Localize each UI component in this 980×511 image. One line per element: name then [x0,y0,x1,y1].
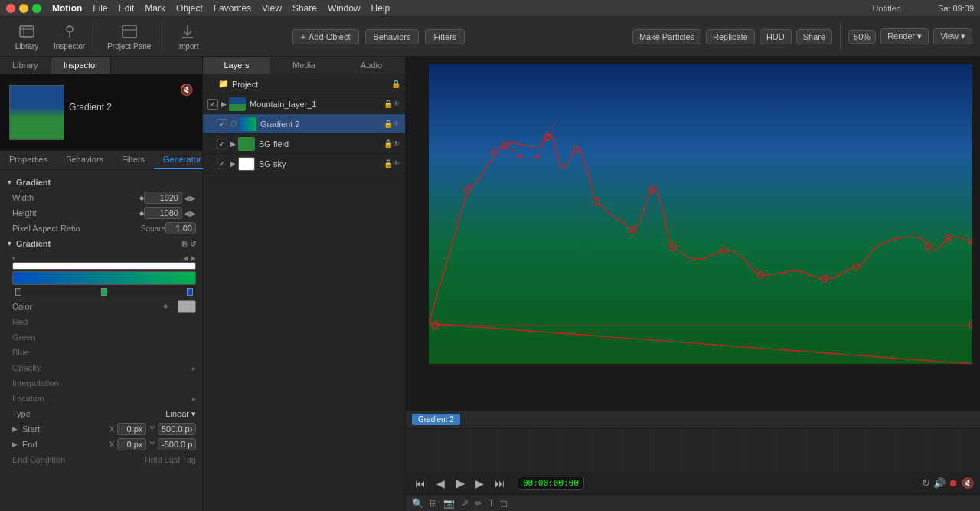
play-button[interactable]: ▶ [452,474,468,492]
camera-icon[interactable]: 📷 [443,498,455,509]
gradient-prop-header[interactable]: ▼ Gradient ⎘ ↺ [0,236,202,251]
menu-favorites[interactable]: Favorites [214,3,251,14]
layer-row[interactable]: ▶ BG field 🔒 👁 [203,134,405,154]
loop-button[interactable]: ↻ [922,477,930,489]
audio-tab[interactable]: Audio [338,57,405,74]
gradient-section-header[interactable]: ▼ Gradient [0,175,202,190]
minimize-button[interactable] [19,4,28,13]
par-input[interactable] [165,222,196,234]
canvas-viewport[interactable] [406,57,980,410]
view-button[interactable]: View ▾ [933,28,972,44]
toolbar-center: + Add Object Behaviors Filters [292,29,466,44]
pen-icon[interactable]: ✏ [475,498,482,509]
grid-icon[interactable]: ⊞ [430,498,437,509]
media-tab[interactable]: Media [270,57,338,74]
height-row: Height ◆ ◀▶ [0,205,202,221]
rewind-button[interactable]: ⏮ [412,476,429,491]
layer-row[interactable]: ⬡ Gradient 2 🔒 👁 [203,114,405,134]
render-button[interactable]: Render ▾ [880,28,929,44]
layer-row[interactable]: 📁 Project 🔒 [203,74,405,94]
bgsky-checkbox[interactable] [217,159,227,169]
mute-button[interactable]: 🔇 [962,477,974,489]
width-keyframe: ◀▶ [184,194,196,202]
end-arrow[interactable]: ▶ [12,441,18,448]
gradient2-checkbox[interactable] [217,119,227,129]
filters-label: Filters [433,32,456,41]
add-object-button[interactable]: + Add Object [292,29,359,44]
make-particles-button[interactable]: Make Particles [632,29,701,44]
start-arrow[interactable]: ▶ [12,425,18,433]
close-button[interactable] [6,4,15,13]
fullscreen-button[interactable] [32,4,41,13]
layers-tab[interactable]: Layers [203,57,270,74]
start-y-input[interactable] [158,423,196,435]
project-pane-label: Project Pane [107,42,151,51]
layer-row[interactable]: ▶ Mountain_layer_1 🔒 👁 [203,94,405,114]
end-y-input[interactable] [158,438,196,450]
mountain-lock-icon: 🔒 [384,100,393,108]
cursor-icon[interactable]: ↗ [461,498,469,509]
menu-edit[interactable]: Edit [119,3,135,14]
behaviors-button[interactable]: Behaviors [365,29,420,44]
gradient-opacity-bar[interactable] [12,262,196,270]
library-button[interactable]: Library [8,20,46,54]
color-row: Color ⌖ [0,299,202,314]
menu-mark[interactable]: Mark [145,3,165,14]
generator-tab[interactable]: Generator [154,151,211,169]
left-panel: Library Inspector Gradient 2 🔇 Propertie… [0,57,203,511]
timeline-track[interactable] [406,429,980,472]
add-icon: + [301,32,305,41]
gradient-stop-left[interactable] [15,288,21,296]
menu-share[interactable]: Share [292,3,317,14]
width-input[interactable] [144,192,182,204]
audio-button[interactable]: 🔊 [933,477,946,489]
gradient-color-bar[interactable] [12,271,196,285]
library-tab[interactable]: Library [0,57,51,74]
app-name[interactable]: Motion [52,3,82,14]
inspector-button[interactable]: Inspector [49,20,90,54]
menu-help[interactable]: Help [371,3,390,14]
end-x-input[interactable] [117,438,146,450]
record-button[interactable]: ⏺ [949,477,959,489]
gradient-stop-right[interactable] [187,288,193,296]
height-input[interactable] [144,207,182,219]
menu-window[interactable]: Window [328,3,361,14]
type-value[interactable]: Linear ▾ [165,409,196,419]
mountain-checkbox[interactable] [207,99,218,110]
menu-file[interactable]: File [93,3,107,14]
menu-object[interactable]: Object [176,3,203,14]
text-tool-icon[interactable]: T [488,498,494,509]
filters-tab[interactable]: Filters [113,151,154,169]
layer-row[interactable]: ▶ BG sky 🔒 👁 [203,154,405,174]
next-frame-button[interactable]: ▶ [472,476,487,491]
prev-frame-button[interactable]: ◀ [433,476,448,491]
behaviors-tab[interactable]: Behaviors [57,151,113,169]
opacity-value: ▸ [192,364,196,372]
filters-button[interactable]: Filters [425,29,465,44]
hud-button[interactable]: HUD [760,29,792,44]
menu-view[interactable]: View [262,3,282,14]
start-x-input[interactable] [117,423,146,435]
eyedropper-icon[interactable]: ⌖ [163,301,168,312]
replicate-button[interactable]: Replicate [706,29,755,44]
bgfield-checkbox[interactable] [217,139,227,149]
shape-icon[interactable]: ◻ [500,498,508,509]
share-button[interactable]: Share [796,29,832,44]
middle-panel: Layers Media Audio 📁 Project 🔒 ▶ Mountai… [203,57,406,511]
gradient-copy-icon[interactable]: ⎘ [182,240,187,248]
color-swatch[interactable] [178,300,196,313]
inspector-tab[interactable]: Inspector [51,57,111,74]
start-y-label: Y [149,425,155,434]
project-pane-button[interactable]: Project Pane [103,20,155,54]
gradient-reset-icon[interactable]: ↺ [190,240,196,248]
fast-forward-button[interactable]: ⏭ [492,476,508,491]
inspector-content: ▼ Gradient Width ◆ ◀▶ Height ◆ ◀▶ Pixel … [0,170,202,511]
behaviors-label: Behaviors [374,32,411,41]
par-label: Pixel Aspect Ratio [12,224,127,233]
properties-tab[interactable]: Properties [0,151,57,169]
end-label: End [22,440,106,449]
zoom-in-icon[interactable]: 🔍 [412,498,423,509]
zoom-control[interactable]: 50% [848,30,876,44]
gradient-stop-mid[interactable] [101,288,107,296]
import-button[interactable]: Import [168,20,207,54]
